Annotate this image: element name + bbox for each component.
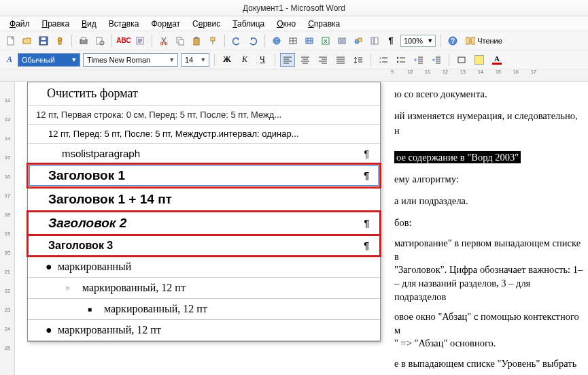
reading-mode-button[interactable]: Чтение [462,34,506,48]
svg-text:?: ? [451,37,455,45]
dropdown-icon: ▾ [199,55,207,64]
permissions-button[interactable] [53,34,67,48]
spellcheck-button[interactable]: ABC [117,34,131,48]
pilcrow-icon: ¶ [364,148,369,159]
style-heading-1-14pt[interactable]: Заголовок 1 + 14 пт [28,188,380,212]
align-right-button[interactable] [315,53,330,67]
copy-button[interactable] [173,34,187,48]
italic-button[interactable]: К [237,53,252,67]
cut-button[interactable] [157,34,171,48]
font-color-button[interactable]: A [489,53,504,67]
doc-map-button[interactable] [368,34,381,48]
style-heading-2[interactable]: Заголовок 2 ¶ [28,212,380,235]
style-heading-3[interactable]: Заголовок 3 ¶ [28,235,380,257]
menu-table[interactable]: Таблица [228,18,269,30]
styles-pane-button[interactable]: A [4,54,15,65]
numbered-list-button[interactable]: 12 [376,53,391,67]
align-center-button[interactable] [298,53,313,67]
pilcrow-icon: ¶ [364,170,369,181]
save-button[interactable] [37,34,50,48]
pilcrow-icon: ¶ [364,218,369,229]
style-label: Заголовок 1 + 14 пт [48,192,172,207]
window-title: Документ1 - Microsoft Word [243,3,345,13]
bold-button[interactable]: Ж [220,53,235,67]
menu-window[interactable]: Окно [273,18,300,30]
tables-borders-button[interactable] [286,34,300,48]
workspace: 12 13 14 15 16 17 18 19 20 21 22 23 24 2… [0,82,588,375]
highlight-button[interactable] [472,53,487,67]
style-bulleted-12pt-c[interactable]: ● маркированный, 12 пт [28,320,380,341]
borders-button[interactable] [454,53,469,67]
open-button[interactable] [20,34,34,48]
bulleted-list-button[interactable] [394,53,409,67]
style-desc-2[interactable]: 12 пт, Перед: 5 пт, После: 5 пт, Междуст… [28,125,380,144]
vertical-ruler[interactable]: 12 13 14 15 16 17 18 19 20 21 22 23 24 2… [0,82,15,375]
doc-line: е в выпадающем списке "Уровень" выбрать … [394,357,584,375]
zoom-combo[interactable]: 100%▾ [400,35,436,47]
svg-rect-29 [339,38,341,44]
increase-indent-button[interactable] [429,53,444,67]
toolbar-separator [275,54,275,66]
svg-point-42 [397,61,398,62]
highlighted-text: ое содержание в "Ворд 2003" [394,151,521,163]
hyperlink-button[interactable] [270,34,283,48]
research-button[interactable] [133,34,147,48]
style-bulleted-12pt-b[interactable]: ■ маркированный, 12 пт [28,299,380,320]
style-combo-value: Обычный [20,56,70,64]
svg-rect-14 [179,39,184,45]
align-justify-button[interactable] [333,53,348,67]
menu-format[interactable]: Формат [147,18,184,30]
format-painter-button[interactable] [206,34,220,48]
horizontal-ruler[interactable]: 91011121314151617 [0,69,588,82]
new-doc-button[interactable] [4,34,18,48]
line-spacing-button[interactable] [351,53,366,67]
print-preview-button[interactable] [93,34,107,48]
style-msolistparagraph[interactable]: msolistparagraph ¶ [28,144,380,164]
toolbar-separator [111,35,112,47]
style-heading-1[interactable]: Заголовок 1 ¶ [28,164,380,188]
document-area[interactable]: Очистить формат 12 пт, Первая строка: 0 … [15,82,588,375]
svg-rect-3 [41,37,46,40]
svg-rect-2 [41,42,46,44]
toolbar-separator [440,35,441,47]
insert-table-button[interactable] [302,34,316,48]
align-left-button[interactable] [280,53,295,67]
paste-button[interactable] [190,34,203,48]
svg-rect-16 [195,37,198,39]
style-label: Заголовок 2 [48,216,126,231]
font-size-combo[interactable]: 14 ▾ [181,53,209,67]
columns-button[interactable] [335,34,349,48]
excel-button[interactable]: X [319,34,332,48]
style-combo[interactable]: Обычный ▾ [18,53,80,67]
svg-rect-15 [194,38,199,45]
style-bulleted-12pt-a[interactable]: ○ маркированный, 12 пт [28,278,380,299]
undo-button[interactable] [230,34,243,48]
menu-file[interactable]: Файл [5,18,34,30]
dropdown-icon: ▾ [168,55,176,64]
show-marks-button[interactable]: ¶ [384,34,398,48]
underline-button[interactable]: Ч [255,53,270,67]
menu-tools[interactable]: Сервис [188,18,224,30]
help-button[interactable]: ? [446,34,460,48]
toolbar-separator [449,54,449,66]
style-bulleted[interactable]: ● маркированный [28,257,380,278]
menu-help[interactable]: Справка [304,18,344,30]
style-clear-format[interactable]: Очистить формат [28,82,380,105]
font-combo[interactable]: Times New Roman ▾ [83,53,178,67]
menu-insert[interactable]: Вставка [105,18,143,30]
menubar: Файл Правка Вид Вставка Формат Сервис Та… [0,16,588,31]
style-desc-1[interactable]: 12 пт, Первая строка: 0 см, Перед: 5 пт,… [28,105,380,125]
menu-edit[interactable]: Правка [38,18,74,30]
formatting-toolbar: A Обычный ▾ Times New Roman ▾ 14 ▾ Ж К Ч… [0,50,588,69]
toolbar-separator [264,35,265,47]
drawing-button[interactable] [351,34,365,48]
print-button[interactable] [77,34,90,48]
bullet-icon: ● [46,261,52,273]
document-body[interactable]: ю со всего документа. ий изменяется нуме… [390,82,588,375]
window-titlebar: Документ1 - Microsoft Word [0,0,588,16]
decrease-indent-button[interactable] [411,53,426,67]
menu-view[interactable]: Вид [77,18,101,30]
toolbar-separator [370,54,371,66]
doc-line: ю со всего документа. [394,87,584,102]
redo-button[interactable] [246,34,260,48]
